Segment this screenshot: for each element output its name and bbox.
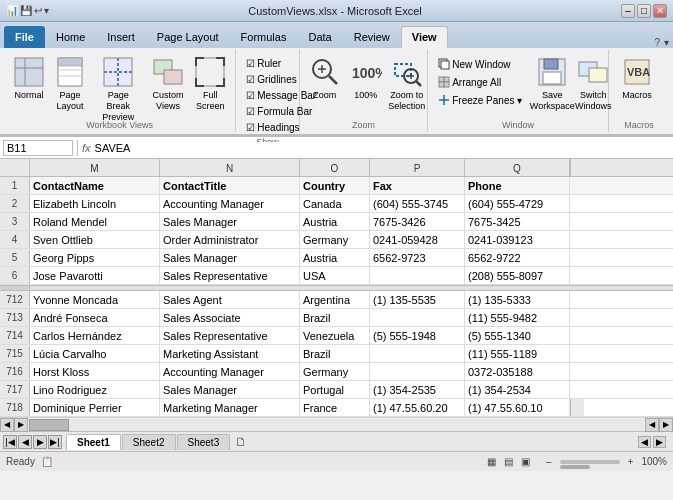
cell-716-O[interactable]: Germany — [300, 363, 370, 380]
col-header-O[interactable]: O — [300, 159, 370, 177]
cell-717-P[interactable]: (1) 354-2535 — [370, 381, 465, 398]
cell-718-P[interactable]: (1) 47.55.60.20 — [370, 399, 465, 416]
minimize-button[interactable]: – — [621, 4, 635, 18]
cell-4-Q[interactable]: 0241-039123 — [465, 231, 570, 248]
h-scroll-track[interactable] — [29, 419, 644, 431]
tab-data[interactable]: Data — [297, 26, 342, 48]
full-screen-button[interactable]: Full Screen — [191, 52, 229, 116]
cell-4-N[interactable]: Order Administrator — [160, 231, 300, 248]
cell-718-O[interactable]: France — [300, 399, 370, 416]
macros-button[interactable]: VBA Macros — [615, 52, 659, 116]
formula-bar-checkbox[interactable]: ☑Formula Bar — [242, 104, 292, 119]
cell-715-P[interactable] — [370, 345, 465, 362]
h-scroll-left[interactable]: ◀ — [638, 436, 651, 448]
cell-715-Q[interactable]: (11) 555-1189 — [465, 345, 570, 362]
cell-713-O[interactable]: Brazil — [300, 309, 370, 326]
normal-view-button[interactable]: Normal — [10, 52, 48, 116]
sheet-tab-1[interactable]: Sheet1 — [66, 434, 121, 450]
zoom-slider[interactable] — [560, 460, 620, 464]
arrange-all-button[interactable]: Arrange All — [434, 74, 526, 90]
scroll-right3-button[interactable]: ▶ — [659, 418, 673, 432]
cell-716-Q[interactable]: 0372-035188 — [465, 363, 570, 380]
cell-6-Q[interactable]: (208) 555-8097 — [465, 267, 570, 284]
ruler-checkbox[interactable]: ☑Ruler — [242, 56, 292, 71]
cell-715-N[interactable]: Marketing Assistant — [160, 345, 300, 362]
zoom-selection-button[interactable]: Zoom to Selection — [388, 52, 426, 116]
quick-access-undo[interactable]: ↩ — [34, 5, 42, 16]
cell-716-M[interactable]: Horst Kloss — [30, 363, 160, 380]
sheet-tab-3[interactable]: Sheet3 — [177, 434, 231, 450]
zoom-plus[interactable]: + — [628, 456, 634, 467]
cell-718-N[interactable]: Marketing Manager — [160, 399, 300, 416]
cell-6-P[interactable] — [370, 267, 465, 284]
col-header-M[interactable]: M — [30, 159, 160, 177]
sheet-nav-first[interactable]: |◀ — [3, 435, 17, 449]
tab-page-layout[interactable]: Page Layout — [146, 26, 230, 48]
col-header-N[interactable]: N — [160, 159, 300, 177]
cell-5-O[interactable]: Austria — [300, 249, 370, 266]
cell-713-Q[interactable]: (11) 555-9482 — [465, 309, 570, 326]
cell-3-N[interactable]: Sales Manager — [160, 213, 300, 230]
cell-715-M[interactable]: Lúcia Carvalho — [30, 345, 160, 362]
cell-714-N[interactable]: Sales Representative — [160, 327, 300, 344]
cell-717-O[interactable]: Portugal — [300, 381, 370, 398]
cell-713-P[interactable] — [370, 309, 465, 326]
cell-2-Q[interactable]: (604) 555-4729 — [465, 195, 570, 212]
message-bar-checkbox[interactable]: ☑Message Bar — [242, 88, 292, 103]
ribbon-minimize[interactable]: ▾ — [664, 37, 669, 48]
sheet-nav-last[interactable]: ▶| — [48, 435, 62, 449]
cell-716-P[interactable] — [370, 363, 465, 380]
save-workspace-button[interactable]: Save Workspace — [533, 52, 571, 116]
scroll-right-button[interactable]: ▶ — [14, 418, 28, 432]
restore-button[interactable]: □ — [637, 4, 651, 18]
cell-712-Q[interactable]: (1) 135-5333 — [465, 291, 570, 308]
headings-checkbox[interactable]: ☑Headings — [242, 120, 292, 135]
zoom-button[interactable]: Zoom — [306, 52, 344, 116]
sheet-tab-2[interactable]: Sheet2 — [122, 434, 176, 450]
cell-5-N[interactable]: Sales Manager — [160, 249, 300, 266]
scroll-left-button[interactable]: ◀ — [0, 418, 14, 432]
page-layout-button[interactable]: Page Layout — [51, 52, 89, 116]
view-preview-button[interactable]: ▣ — [521, 456, 530, 467]
cell-reference-input[interactable] — [3, 140, 73, 156]
cell-716-N[interactable]: Accounting Manager — [160, 363, 300, 380]
cell-3-P[interactable]: 7675-3426 — [370, 213, 465, 230]
col-header-Q[interactable]: Q — [465, 159, 570, 177]
cell-5-M[interactable]: Georg Pipps — [30, 249, 160, 266]
cell-712-N[interactable]: Sales Agent — [160, 291, 300, 308]
cell-717-M[interactable]: Lino Rodriguez — [30, 381, 160, 398]
sheet-nav-next[interactable]: ▶ — [33, 435, 47, 449]
cell-4-P[interactable]: 0241-059428 — [370, 231, 465, 248]
h-scroll-right[interactable]: ▶ — [653, 436, 666, 448]
cell-718-Q[interactable]: (1) 47.55.60.10 — [465, 399, 570, 416]
cell-3-O[interactable]: Austria — [300, 213, 370, 230]
cell-2-N[interactable]: Accounting Manager — [160, 195, 300, 212]
cell-713-N[interactable]: Sales Associate — [160, 309, 300, 326]
cell-1-O[interactable]: Country — [300, 177, 370, 194]
cell-2-M[interactable]: Elizabeth Lincoln — [30, 195, 160, 212]
cell-714-Q[interactable]: (5) 555-1340 — [465, 327, 570, 344]
cell-5-Q[interactable]: 6562-9722 — [465, 249, 570, 266]
h-scroll-thumb[interactable] — [29, 419, 69, 431]
zoom-100-button[interactable]: 100% 100% — [347, 52, 385, 116]
view-normal-button[interactable]: ▦ — [487, 456, 496, 467]
switch-windows-button[interactable]: Switch Windows — [574, 52, 612, 116]
cell-714-P[interactable]: (5) 555-1948 — [370, 327, 465, 344]
cell-717-Q[interactable]: (1) 354-2534 — [465, 381, 570, 398]
view-layout-button[interactable]: ▤ — [504, 456, 513, 467]
freeze-panes-button[interactable]: Freeze Panes ▾ — [434, 92, 526, 108]
cell-2-O[interactable]: Canada — [300, 195, 370, 212]
cell-714-O[interactable]: Venezuela — [300, 327, 370, 344]
zoom-minus[interactable]: – — [546, 456, 552, 467]
cell-6-N[interactable]: Sales Representative — [160, 267, 300, 284]
sheet-add-button[interactable]: 🗋 — [235, 435, 247, 449]
tab-home[interactable]: Home — [45, 26, 96, 48]
page-break-preview-button[interactable]: Page Break Preview — [92, 52, 145, 116]
help-icon[interactable]: ? — [654, 37, 660, 48]
tab-formulas[interactable]: Formulas — [230, 26, 298, 48]
cell-3-Q[interactable]: 7675-3425 — [465, 213, 570, 230]
cell-714-M[interactable]: Carlos Hernández — [30, 327, 160, 344]
tab-view[interactable]: View — [401, 26, 448, 48]
cell-1-P[interactable]: Fax — [370, 177, 465, 194]
gridlines-checkbox[interactable]: ☑Gridlines — [242, 72, 292, 87]
